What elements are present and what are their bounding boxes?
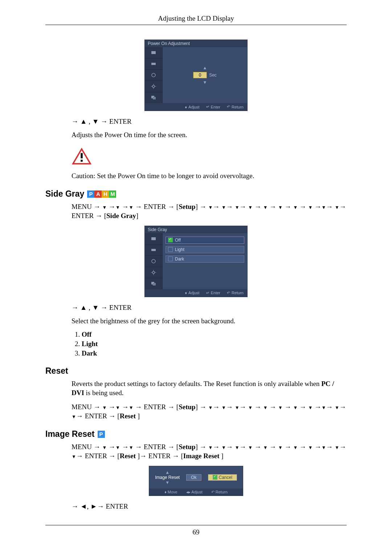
osd-panel: Side Gray Off Light Dark ♦ Adjust ↵ Ente… (144, 226, 248, 297)
foot-move: ♦ Move (164, 490, 177, 495)
image-reset-dialog-figure: ▲ Image Reset ▼ Ok Cancel ♦ Move ◂▸ Adju… (45, 466, 347, 496)
osd-panel: Power On Adjustment ▲ 0 Sec ▼ (144, 40, 248, 111)
side-gray-osd-figure: Side Gray Off Light Dark ♦ Adjust ↵ Ente… (45, 226, 347, 297)
svg-rect-6 (81, 160, 83, 162)
osd-foot-adjust: ♦ Adjust (185, 291, 199, 295)
input-icon (145, 245, 162, 256)
mode-chips: P A H M (87, 190, 116, 198)
svg-point-8 (152, 259, 155, 263)
side-gray-menupath: MENU ENTER [Setup] ENTER [Side Gray] (72, 202, 347, 220)
dialog-title: ▲ Image Reset ▼ (155, 470, 180, 485)
picture-icon (145, 47, 162, 58)
svg-rect-4 (153, 97, 156, 99)
picture-icon (145, 233, 162, 245)
image-reset-menupath: MENU ENTER [Setup] ENTER [Reset ] ENTER … (72, 443, 347, 460)
svg-point-2 (152, 85, 155, 87)
side-gray-nav: → ▲ , ▼ → ENTER (72, 304, 347, 312)
power-on-caution: Caution: Set the Power On time to be lon… (72, 172, 347, 181)
image-reset-nav: → ◄, ►→ ENTER (72, 502, 347, 510)
multi-icon (145, 92, 162, 103)
osd-foot-enter: ↵ Enter (206, 291, 220, 295)
osd-footer: ♦ Adjust ↵ Enter ↶ Return (145, 289, 247, 297)
mode-h-icon: H (102, 190, 109, 198)
osd-title: Side Gray (145, 226, 247, 233)
timer-icon (145, 70, 162, 81)
mode-m-icon: M (109, 190, 116, 198)
osd-title: Power On Adjustment (145, 40, 247, 47)
side-gray-heading: Side Gray P A H M (45, 189, 347, 199)
list-item: Light (82, 340, 347, 348)
gear-icon (145, 267, 162, 278)
checkbox-icon (168, 257, 173, 261)
osd-dialog: ▲ Image Reset ▼ Ok Cancel ♦ Move ◂▸ Adju… (149, 466, 243, 496)
document-page: Adjusting the LCD Display Power On Adjus… (45, 15, 347, 536)
gear-icon (145, 81, 162, 92)
check-icon (213, 475, 217, 480)
osd-main: ▲ 0 Sec ▼ (163, 47, 247, 103)
down-arrow-icon: ▼ (166, 80, 244, 85)
image-reset-heading: Image Reset P (45, 429, 347, 439)
svg-rect-0 (151, 63, 156, 65)
foot-adjust: ◂▸ Adjust (186, 490, 203, 495)
reset-desc: Reverts the product settings to factory … (72, 379, 347, 397)
timer-icon (145, 256, 162, 267)
mode-chips: P (98, 431, 105, 438)
osd-footer: ♦ Adjust ↵ Enter ↶ Return (145, 103, 247, 111)
osd-foot-return: ↶ Return (227, 291, 244, 295)
mode-a-icon: A (94, 190, 102, 198)
warning-icon (72, 148, 92, 167)
osd-main: Off Light Dark (163, 233, 247, 289)
page-footer: 69 (45, 525, 347, 536)
svg-rect-11 (153, 283, 156, 286)
spin-value: 0 (193, 72, 207, 78)
list-item: Off (82, 331, 347, 338)
side-gray-desc: Select the brightness of the grey for th… (72, 317, 347, 326)
mode-p-icon: P (87, 190, 94, 198)
osd-sidebar (145, 47, 163, 103)
svg-rect-5 (81, 153, 83, 158)
side-gray-option-list: Off Light Dark (82, 331, 347, 357)
power-on-desc: Adjusts the Power On time for the screen… (72, 131, 347, 140)
up-arrow-icon: ▲ (166, 65, 244, 70)
svg-point-1 (152, 73, 155, 77)
svg-rect-7 (151, 249, 156, 251)
power-on-osd-figure: Power On Adjustment ▲ 0 Sec ▼ (45, 40, 347, 111)
osd-foot-enter: ↵ Enter (206, 104, 220, 109)
mode-p-icon: P (98, 431, 105, 438)
svg-point-9 (152, 271, 155, 274)
input-icon (145, 58, 162, 70)
reset-heading: Reset (45, 366, 347, 376)
osd-foot-adjust: ♦ Adjust (185, 104, 199, 109)
osd-foot-return: ↶ Return (227, 104, 244, 109)
option-light: Light (166, 246, 244, 253)
option-dark: Dark (166, 255, 244, 263)
list-item: Dark (82, 349, 347, 357)
checkbox-icon (168, 247, 173, 252)
check-icon (168, 238, 173, 242)
power-on-nav: → ▲ , ▼ → ENTER (72, 118, 347, 126)
osd-sidebar (145, 233, 163, 289)
dialog-footer: ♦ Move ◂▸ Adjust ↶ Return (149, 489, 243, 496)
ok-button: Ok (186, 474, 201, 481)
foot-return: ↶ Return (211, 490, 228, 495)
option-off: Off (166, 237, 244, 244)
multi-icon (145, 278, 162, 289)
reset-menupath: MENU ENTER [Setup] ENTER [Reset ] (72, 403, 347, 420)
spin-unit: Sec (209, 73, 217, 78)
cancel-button: Cancel (208, 474, 237, 481)
page-header: Adjusting the LCD Display (45, 15, 347, 25)
